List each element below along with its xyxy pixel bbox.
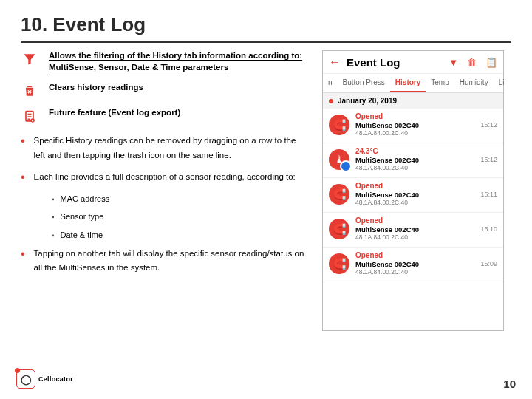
event-mac: 48.1A.84.00.2C.40 (355, 233, 474, 241)
title-divider (21, 41, 511, 43)
event-device: MultiSense 002C40 (355, 260, 474, 268)
event-time: 15:12 (480, 156, 497, 163)
event-time: 15:10 (480, 225, 497, 233)
event-row[interactable]: 🧲 Opened MultiSense 002C40 48.1A.84.00.2… (323, 178, 503, 213)
subbullet-item: ▪Sensor type (21, 210, 309, 224)
filter-icon[interactable]: ▼ (449, 57, 458, 68)
filter-icon (21, 50, 38, 66)
brand-name: Cellocator (38, 375, 73, 383)
bullet-dot-icon: • (21, 247, 25, 276)
bullet-text: Each line provides a full description of… (34, 170, 296, 185)
magnet-icon: 🧲 (329, 219, 349, 239)
date-dot-icon (329, 99, 333, 103)
phone-mock: ← Event Log ▼ 🗑 📋 n Button Press History… (322, 50, 504, 331)
phone-tabs: n Button Press History Temp Humidity Li (323, 74, 503, 93)
phone-header: ← Event Log ▼ 🗑 📋 (323, 51, 503, 74)
event-status: 24.3°C (355, 147, 474, 155)
bullet-item: • Specific History readings can be remov… (21, 134, 309, 163)
export-icon[interactable]: 📋 (485, 57, 497, 68)
slide-title: 10. Event Log (21, 13, 511, 36)
bullet-dot-icon: • (21, 170, 25, 185)
bullet-item: • Tapping on another tab will display th… (21, 247, 309, 276)
subbullet-item: ▪MAC address (21, 192, 309, 206)
slide-title-bar: 10. Event Log (0, 0, 532, 41)
event-status: Opened (355, 112, 474, 120)
bullet-text: Tapping on another tab will display the … (34, 247, 309, 276)
tab-item[interactable]: n (323, 74, 338, 92)
subbullet-dot-icon: ▪ (52, 231, 55, 239)
page-number: 10 (503, 378, 516, 390)
event-row[interactable]: 🧲 Opened MultiSense 002C40 48.1A.84.00.2… (323, 248, 503, 282)
event-time: 15:12 (480, 121, 497, 129)
event-status: Opened (355, 216, 474, 225)
event-list: 🧲 Opened MultiSense 002C40 48.1A.84.00.2… (323, 109, 503, 330)
event-device: MultiSense 002C40 (355, 191, 474, 199)
event-device: MultiSense 002C40 (355, 121, 474, 129)
event-row[interactable]: 🧲 Opened MultiSense 002C40 48.1A.84.00.2… (323, 109, 503, 143)
tab-item[interactable]: Li (494, 74, 510, 92)
feature-filter: Allows the filtering of the History tab … (21, 50, 309, 73)
magnet-icon: 🧲 (329, 115, 349, 135)
event-device: MultiSense 002C40 (355, 156, 474, 164)
feature-filter-text: Allows the filtering of the History tab … (49, 50, 309, 73)
event-row[interactable]: 🧲 Opened MultiSense 002C40 48.1A.84.00.2… (323, 213, 503, 248)
bullet-list: • Specific History readings can be remov… (21, 134, 309, 276)
back-icon[interactable]: ← (329, 55, 341, 69)
feature-export: Future feature (Event log export) (21, 107, 309, 125)
tab-item[interactable]: Temp (426, 74, 454, 92)
magnet-icon: 🧲 (329, 184, 349, 205)
bullet-item: • Each line provides a full description … (21, 170, 309, 185)
event-time: 15:11 (480, 191, 497, 198)
subbullet-item: ▪Date & time (21, 228, 309, 242)
logo-mark-icon: ◯ (16, 369, 35, 389)
export-icon (21, 107, 38, 125)
bullet-dot-icon: • (21, 134, 25, 163)
clear-icon (21, 82, 38, 98)
subbullet-dot-icon: ▪ (52, 213, 55, 221)
feature-export-text: Future feature (Event log export) (49, 107, 309, 119)
bullet-text: Specific History readings can be removed… (34, 134, 309, 163)
event-mac: 48.1A.84.00.2C.40 (355, 129, 474, 137)
description-column: Allows the filtering of the History tab … (21, 50, 316, 331)
clear-icon[interactable]: 🗑 (467, 57, 477, 68)
event-mac: 48.1A.84.00.2C.40 (355, 268, 474, 276)
date-header: January 20, 2019 (323, 93, 503, 109)
thermometer-icon: 🌡 (329, 149, 349, 170)
subbullet-dot-icon: ▪ (52, 195, 55, 203)
event-row[interactable]: 🌡 24.3°C MultiSense 002C40 48.1A.84.00.2… (323, 143, 503, 178)
tab-item[interactable]: Button Press (338, 74, 390, 92)
phone-title: Event Log (347, 56, 440, 69)
brand-logo: ◯ Cellocator (16, 369, 73, 389)
tab-item[interactable]: Humidity (454, 74, 494, 92)
event-device: MultiSense 002C40 (355, 225, 474, 233)
event-mac: 48.1A.84.00.2C.40 (355, 199, 474, 206)
feature-clear: Clears history readings (21, 82, 309, 98)
event-mac: 48.1A.84.00.2C.40 (355, 164, 474, 171)
magnet-icon: 🧲 (329, 253, 349, 274)
tab-history[interactable]: History (390, 74, 426, 92)
event-status: Opened (355, 182, 474, 190)
date-text: January 20, 2019 (338, 97, 397, 105)
event-time: 15:09 (480, 260, 497, 267)
feature-clear-text: Clears history readings (49, 82, 309, 94)
event-status: Opened (355, 251, 474, 259)
